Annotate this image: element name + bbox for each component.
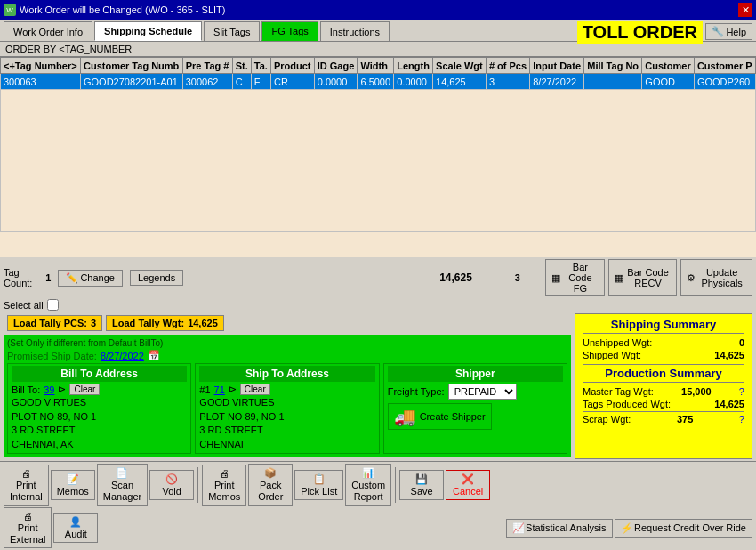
update-physicals-button[interactable]: ⚙ Update Physicals [680,259,752,296]
custom-report-button[interactable]: 📊 Custom Report [345,464,391,506]
table-area: <+Tag Number> Customer Tag Numb Pre Tag … [0,57,756,257]
tags-produced-row: Tags Produced Wgt: 14,625 [583,399,744,409]
cell-pre-tag: 300062 [182,74,232,90]
scrap-row: Scrap Wgt: 375 ? [583,414,744,425]
tag-count-label: Tag Count: [4,267,38,288]
cell-length: 0.0000 [394,74,433,90]
ship-to-panel: Ship To Address #1 71 ⊳ Clear GOOD VIRTU… [195,363,379,454]
credit-icon: ⚡ [621,522,633,534]
shipped-row: Shipped Wgt: 14,625 [583,350,744,360]
col-customer[interactable]: Customer [642,58,695,74]
bill-to-clear-button[interactable]: Clear [69,384,100,395]
change-button[interactable]: ✏️ Change [58,270,123,287]
app-icon: W [4,4,16,16]
legends-button[interactable]: Legends [130,270,183,286]
cell-scale-wgt: 14,625 [433,74,487,90]
save-button[interactable]: 💾 Save [399,470,444,500]
tab-shipping-schedule[interactable]: Shipping Schedule [94,21,202,41]
print-memos-icon: 🖨 [220,468,229,479]
cell-input-date: 8/27/2022 [530,74,584,90]
address-section: (Set Only if different from Default Bill… [4,335,571,457]
calendar-icon[interactable]: 📅 [148,350,160,361]
pick-list-button[interactable]: 📋 Pick List [294,470,343,500]
col-num-pcs[interactable]: # of Pcs [486,58,529,74]
table-row[interactable]: 300063 GOOD27082201-A01 300062 C F CR 0.… [1,74,756,90]
custom-report-icon: 📊 [362,467,374,479]
tab-workorder-info[interactable]: Work Order Info [4,21,92,41]
freight-type-select[interactable]: PREPAID COLLECT [448,384,517,400]
print-memos-button[interactable]: 🖨 Print Memos [202,465,246,506]
ship-to-clear-button[interactable]: Clear [240,384,270,395]
cancel-button[interactable]: ❌ Cancel [446,470,490,500]
help-button[interactable]: 🔧 Help [705,23,752,40]
table-row-empty [1,90,756,232]
left-panels: Load Tally PCS: 3 Load Tally Wgt: 14,625… [4,313,571,459]
col-mill-tag[interactable]: Mill Tag No [584,58,642,74]
col-customer-p[interactable]: Customer P [694,58,755,74]
col-customer-tag[interactable]: Customer Tag Numb [80,58,182,74]
master-tag-help[interactable]: ? [739,386,744,397]
address-panels-row: Bill To Address Bill To: 39 ⊳ Clear GOOD… [7,363,567,454]
col-tag-number[interactable]: <+Tag Number> [1,58,81,74]
cell-id-gage: 0.0000 [314,74,358,90]
statistical-analysis-button[interactable]: 📈 Statistical Analysis [506,519,613,538]
production-summary-title: Production Summary [583,364,744,383]
cell-tag-number: 300063 [1,74,81,90]
void-button[interactable]: 🚫 Void [149,470,194,500]
ship-to-number[interactable]: 71 [214,384,225,395]
tab-slit-tags[interactable]: Slit Tags [204,21,260,41]
shipping-summary-title: Shipping Summary [583,318,744,334]
toolbar-divider-1 [197,467,198,503]
request-credit-button[interactable]: ⚡ Request Credit Over Ride [615,519,752,538]
col-width[interactable]: Width [358,58,394,74]
print-external-button[interactable]: 🖨 Print External [4,507,52,548]
pack-order-button[interactable]: 📦 Pack Order [248,464,293,506]
ship-to-arrow-icon[interactable]: ⊳ [229,384,237,395]
bill-to-number[interactable]: 39 [44,384,54,395]
select-all-row: Select all [0,298,756,311]
audit-button[interactable]: 👤 Audit [53,513,98,543]
tab-fg-tags[interactable]: FG Tags [261,21,318,41]
cell-product: CR [270,74,314,90]
chart-icon: 📈 [512,522,525,534]
scrap-help[interactable]: ? [739,414,744,425]
shipper-header: Shipper [388,366,563,382]
save-icon: 💾 [415,473,428,485]
printer-ext-icon: 🖨 [23,511,33,522]
pick-list-icon: 📋 [313,473,326,485]
scan-manager-button[interactable]: 📄 Scan Manager [97,464,148,506]
col-product[interactable]: Product [270,58,314,74]
barcode-recv-button[interactable]: ▦ Bar Code RECV [608,259,677,296]
memos-button[interactable]: 📝 Memos [51,470,95,500]
unshipped-row: Unshipped Wgt: 0 [583,337,744,348]
bill-to-arrow-icon[interactable]: ⊳ [58,384,66,395]
col-input-date[interactable]: Input Date [530,58,584,74]
col-pre-tag[interactable]: Pre Tag # [182,58,232,74]
tab-instructions[interactable]: Instructions [320,21,390,41]
master-tag-row: Master Tag Wgt: 15,000 ? [583,386,744,397]
barcode-fg-button[interactable]: ▦ Bar Code FG [545,259,605,296]
data-table: <+Tag Number> Customer Tag Numb Pre Tag … [0,57,756,232]
shipper-panel: Shipper Freight Type: PREPAID COLLECT 🚚 … [383,363,567,454]
toolbar-divider-2 [395,467,396,503]
col-ta[interactable]: Ta. [251,58,270,74]
barcode-fg-icon: ▦ [551,272,560,284]
col-st[interactable]: St. [232,58,251,74]
select-all-checkbox[interactable] [47,299,59,311]
tag-count-value: 1 [45,272,51,283]
col-length[interactable]: Length [394,58,433,74]
col-scale-wgt[interactable]: Scale Wgt [433,58,487,74]
print-internal-button[interactable]: 🖨 Print Internal [4,465,49,506]
tally-wgt-box: Load Tally Wgt: 14,625 [106,315,224,331]
bill-to-address: GOOD VIRTUES PLOT NO 89, NO 1 3 RD STREE… [12,396,187,451]
close-button[interactable]: ✕ [738,3,752,17]
toolbar-row2: 🖨 Print External 👤 Audit 📈 Statistical A… [0,507,756,550]
ship-to-header: Ship To Address [199,366,374,382]
pencil-icon: ✏️ [66,272,78,284]
bottom-panels: Load Tally PCS: 3 Load Tally Wgt: 14,625… [0,311,756,461]
shipping-summary-panel: Shipping Summary Unshipped Wgt: 0 Shippe… [575,313,752,459]
toolbar: 🖨 Print Internal 📝 Memos 📄 Scan Manager … [0,461,756,507]
col-id-gage[interactable]: ID Gage [314,58,358,74]
cell-ta: F [251,74,270,90]
create-shipper-button[interactable]: 🚚 Create Shipper [388,403,492,430]
